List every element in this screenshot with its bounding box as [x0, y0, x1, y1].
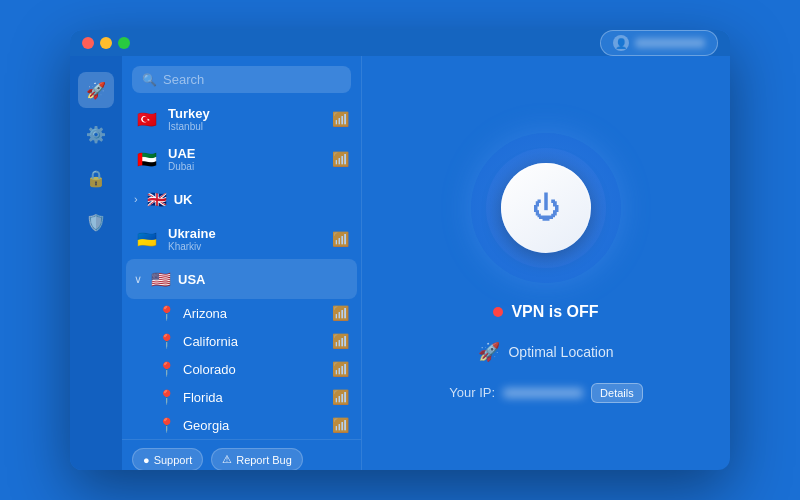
support-label: Support — [154, 454, 193, 466]
pin-icon-florida: 📍 — [158, 389, 175, 405]
pin-icon-california: 📍 — [158, 333, 175, 349]
server-list: 🇹🇷 Turkey Istanbul 📶 🇦🇪 UAE Dubai 📶 — [122, 99, 361, 439]
search-icon: 🔍 — [142, 73, 157, 87]
right-panel: ⏻ VPN is OFF 🚀 Optimal Location Your IP:… — [362, 56, 730, 470]
pin-icon-colorado: 📍 — [158, 361, 175, 377]
city-name-georgia: Georgia — [183, 418, 324, 433]
close-button[interactable] — [82, 37, 94, 49]
server-item-ukraine[interactable]: 🇺🇦 Ukraine Kharkiv 📶 — [126, 219, 357, 259]
sidebar-item-servers[interactable]: 🚀 — [78, 72, 114, 108]
ip-address — [503, 388, 583, 398]
search-bar: 🔍 — [132, 66, 351, 93]
server-item-usa[interactable]: ∨ 🇺🇸 USA — [126, 259, 357, 299]
server-item-uae[interactable]: 🇦🇪 UAE Dubai 📶 — [126, 139, 357, 179]
traffic-lights — [82, 37, 130, 49]
flag-turkey: 🇹🇷 — [134, 106, 160, 132]
power-button-container: ⏻ — [471, 133, 621, 283]
optimal-location[interactable]: 🚀 Optimal Location — [478, 341, 613, 363]
user-badge[interactable]: 👤 — [600, 30, 718, 56]
city-item-florida[interactable]: 📍 Florida 📶 — [126, 383, 357, 411]
city-name-florida: Florida — [183, 390, 324, 405]
flag-uae: 🇦🇪 — [134, 146, 160, 172]
server-city-ukraine: Kharkiv — [168, 241, 324, 252]
signal-colorado: 📶 — [332, 361, 349, 377]
signal-florida: 📶 — [332, 389, 349, 405]
pin-icon-georgia: 📍 — [158, 417, 175, 433]
server-info-usa: USA — [178, 272, 349, 287]
signal-ukraine: 📶 — [332, 231, 349, 247]
user-avatar-icon: 👤 — [613, 35, 629, 51]
chevron-right-icon-uk: › — [134, 193, 138, 205]
panel-footer: ● Support ⚠ Report Bug — [122, 439, 361, 470]
sidebar-item-shield[interactable]: 🛡️ — [78, 204, 114, 240]
support-icon: ● — [143, 454, 150, 466]
server-city-uae: Dubai — [168, 161, 324, 172]
minimize-button[interactable] — [100, 37, 112, 49]
search-input[interactable] — [163, 72, 341, 87]
signal-arizona: 📶 — [332, 305, 349, 321]
sidebar-icons: 🚀 ⚙️ 🔒 🛡️ — [70, 56, 122, 470]
details-button[interactable]: Details — [591, 383, 643, 403]
server-item-turkey[interactable]: 🇹🇷 Turkey Istanbul 📶 — [126, 99, 357, 139]
status-dot — [493, 307, 503, 317]
user-name — [635, 38, 705, 48]
title-bar-right: 👤 — [600, 30, 718, 56]
vpn-status-label: VPN is OFF — [511, 303, 598, 321]
rocket-optimal-icon: 🚀 — [478, 341, 500, 363]
city-item-california[interactable]: 📍 California 📶 — [126, 327, 357, 355]
city-item-georgia[interactable]: 📍 Georgia 📶 — [126, 411, 357, 439]
server-info-uk: UK — [174, 192, 349, 207]
server-item-uk[interactable]: › 🇬🇧 UK — [126, 179, 357, 219]
report-bug-button[interactable]: ⚠ Report Bug — [211, 448, 303, 470]
signal-uae: 📶 — [332, 151, 349, 167]
optimal-location-label: Optimal Location — [508, 344, 613, 360]
server-name-turkey: Turkey — [168, 106, 324, 121]
server-info-ukraine: Ukraine Kharkiv — [168, 226, 324, 252]
title-bar: 👤 — [70, 30, 730, 56]
ip-row: Your IP: Details — [449, 383, 642, 403]
city-item-colorado[interactable]: 📍 Colorado 📶 — [126, 355, 357, 383]
sidebar-item-settings[interactable]: ⚙️ — [78, 116, 114, 152]
signal-georgia: 📶 — [332, 417, 349, 433]
server-name-usa: USA — [178, 272, 349, 287]
city-name-california: California — [183, 334, 324, 349]
power-symbol-icon: ⏻ — [532, 191, 560, 224]
bug-icon: ⚠ — [222, 453, 232, 466]
server-name-ukraine: Ukraine — [168, 226, 324, 241]
server-info-uae: UAE Dubai — [168, 146, 324, 172]
sidebar-item-lock[interactable]: 🔒 — [78, 160, 114, 196]
city-item-arizona[interactable]: 📍 Arizona 📶 — [126, 299, 357, 327]
signal-turkey: 📶 — [332, 111, 349, 127]
vpn-status: VPN is OFF — [493, 303, 598, 321]
flag-uk: 🇬🇧 — [144, 186, 170, 212]
main-content: 🚀 ⚙️ 🔒 🛡️ 🔍 🇹🇷 Turkey Istanbul — [70, 56, 730, 470]
signal-california: 📶 — [332, 333, 349, 349]
support-button[interactable]: ● Support — [132, 448, 203, 470]
city-name-arizona: Arizona — [183, 306, 324, 321]
power-button[interactable]: ⏻ — [501, 163, 591, 253]
server-name-uk: UK — [174, 192, 349, 207]
your-ip-label: Your IP: — [449, 385, 495, 400]
server-city-turkey: Istanbul — [168, 121, 324, 132]
chevron-down-icon-usa: ∨ — [134, 273, 142, 286]
server-name-uae: UAE — [168, 146, 324, 161]
report-bug-label: Report Bug — [236, 454, 292, 466]
app-window: 👤 🚀 ⚙️ 🔒 🛡️ 🔍 🇹🇷 — [70, 30, 730, 470]
flag-ukraine: 🇺🇦 — [134, 226, 160, 252]
server-info-turkey: Turkey Istanbul — [168, 106, 324, 132]
server-list-panel: 🔍 🇹🇷 Turkey Istanbul 📶 🇦🇪 — [122, 56, 362, 470]
pin-icon-arizona: 📍 — [158, 305, 175, 321]
maximize-button[interactable] — [118, 37, 130, 49]
city-name-colorado: Colorado — [183, 362, 324, 377]
flag-usa: 🇺🇸 — [148, 266, 174, 292]
